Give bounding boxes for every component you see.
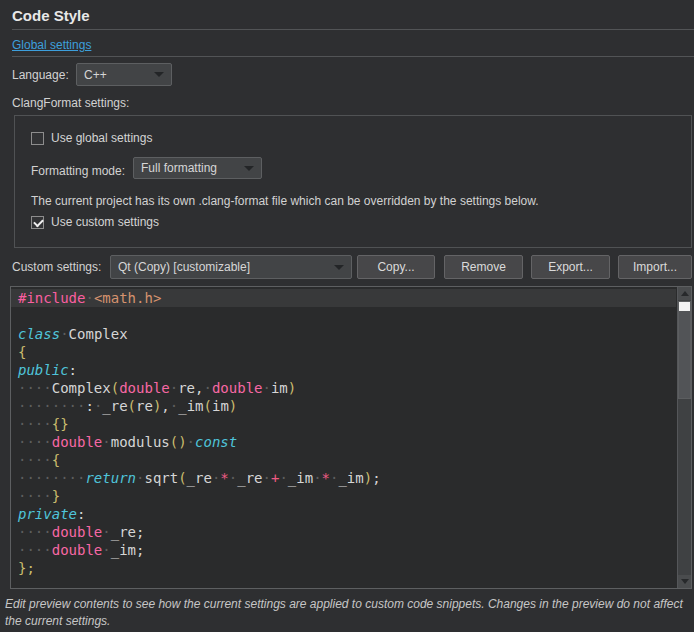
code-line: ····double·modulus()·const [11, 433, 676, 451]
global-settings-link[interactable]: Global settings [12, 38, 91, 52]
code-line: ····{ [11, 451, 676, 469]
import-button[interactable]: Import... [618, 255, 692, 279]
formatting-mode-selected-value: Full formatting [141, 161, 217, 175]
code-line: ····double·_re; [11, 523, 676, 541]
clang-format-file-info: The current project has its own .clang-f… [31, 194, 671, 208]
code-line: public: [11, 361, 676, 379]
language-label: Language: [12, 68, 69, 82]
scroll-up-button[interactable] [678, 287, 691, 300]
use-global-settings-checkbox[interactable]: Use global settings [31, 131, 152, 145]
code-line: { [11, 343, 676, 361]
code-line: ····} [11, 487, 676, 505]
code-line: ····double·_im; [11, 541, 676, 559]
chevron-down-icon [154, 72, 164, 77]
language-selected-value: C++ [84, 68, 107, 82]
use-global-settings-label: Use global settings [51, 131, 152, 145]
chevron-down-icon [334, 265, 344, 270]
formatting-mode-select[interactable]: Full formatting [133, 157, 262, 179]
code-line: ····Complex(double·re,·double·im) [11, 379, 676, 397]
custom-settings-selected-value: Qt (Copy) [customizable] [118, 260, 250, 274]
scroll-down-button[interactable] [678, 575, 691, 588]
triangle-down-icon [681, 579, 689, 584]
code-line: class·Complex [11, 325, 676, 343]
scrollbar-thumb[interactable] [678, 301, 691, 399]
code-line: ····{} [11, 415, 676, 433]
code-lines: #include·<math.h>class·Complex{public:··… [11, 289, 676, 577]
export-button[interactable]: Export... [531, 255, 610, 279]
remove-button[interactable]: Remove [444, 255, 523, 279]
clangformat-groupbox: Use global settings Formatting mode: Ful… [14, 115, 692, 248]
code-line: #include·<math.h> [11, 289, 676, 307]
code-style-settings-page: Code Style Global settings Language: C++… [0, 0, 694, 632]
use-custom-settings-checkbox[interactable]: Use custom settings [31, 215, 159, 229]
custom-settings-label: Custom settings: [12, 260, 101, 274]
formatting-mode-label: Formatting mode: [31, 160, 125, 182]
code-line [11, 307, 676, 325]
code-preview-editor[interactable]: #include·<math.h>class·Complex{public:··… [10, 286, 692, 589]
cursor-position-marker [679, 302, 690, 311]
preview-help-note: Edit preview contents to see how the cur… [5, 596, 689, 630]
language-select[interactable]: C++ [76, 63, 172, 86]
chevron-down-icon [244, 166, 254, 171]
code-line: ········return·sqrt(_re·*·_re·+·_im·*·_i… [11, 469, 676, 487]
vertical-scrollbar[interactable] [677, 287, 691, 588]
code-line: }; [11, 559, 676, 577]
copy-button[interactable]: Copy... [357, 255, 435, 279]
page-title: Code Style [12, 7, 90, 24]
triangle-up-icon [681, 291, 689, 296]
code-line: private: [11, 505, 676, 523]
code-line: ········:·_re(re),·_im(im) [11, 397, 676, 415]
title-divider [12, 29, 694, 30]
use-custom-settings-label: Use custom settings [51, 215, 159, 229]
link-divider [12, 56, 694, 57]
checkbox-check-icon[interactable] [31, 216, 44, 229]
custom-settings-select[interactable]: Qt (Copy) [customizable] [110, 255, 352, 279]
checkbox-box-icon[interactable] [31, 132, 44, 145]
clangformat-settings-label: ClangFormat settings: [12, 96, 129, 110]
